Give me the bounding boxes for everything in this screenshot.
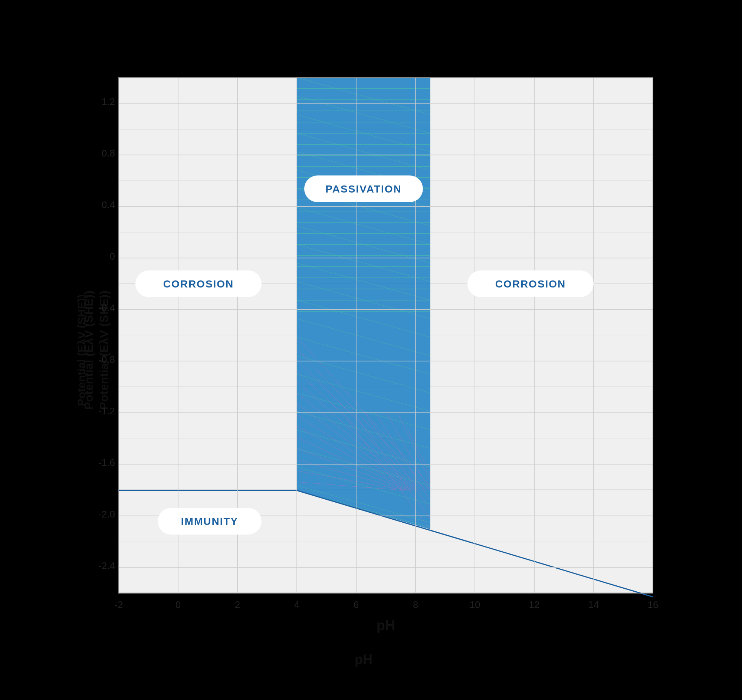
x-axis-label: pH bbox=[355, 652, 372, 668]
y-tick-0: 0 bbox=[110, 251, 115, 262]
x-tick--2: -2 bbox=[114, 599, 123, 610]
x-tick-16: 16 bbox=[648, 599, 658, 610]
y-tick-0.8: 0.8 bbox=[102, 148, 115, 159]
passivation-label: PASSIVATION bbox=[325, 183, 402, 195]
corrosion-right-label: CORROSION bbox=[495, 278, 566, 290]
corrosion-left-label: CORROSION bbox=[163, 278, 234, 290]
chart-wrapper: Potential (EλV (SHE)) pH bbox=[74, 63, 668, 638]
y-tick--0.4: -0.4 bbox=[98, 302, 115, 313]
x-tick-12: 12 bbox=[529, 599, 540, 610]
x-tick-2: 2 bbox=[235, 599, 240, 610]
x-tick-6: 6 bbox=[353, 599, 359, 610]
y-tick--0.8: -0.8 bbox=[98, 354, 115, 365]
y-tick-0.4: 0.4 bbox=[102, 199, 115, 210]
x-axis-label-text: pH bbox=[377, 618, 396, 633]
x-tick-8: 8 bbox=[413, 599, 418, 610]
x-tick-14: 14 bbox=[588, 599, 599, 610]
chart-container: Potential (EλV (SHE)) pH bbox=[37, 35, 705, 666]
y-tick--2.0: -2.0 bbox=[98, 509, 115, 520]
y-tick--2.4: -2.4 bbox=[98, 560, 115, 571]
y-tick--1.6: -1.6 bbox=[98, 457, 115, 468]
full-chart-svg: Potential (EλV (SHE)) 1.2 0.8 0.4 0 -0.4… bbox=[74, 63, 668, 638]
x-tick-0: 0 bbox=[175, 599, 181, 610]
y-tick--1.2: -1.2 bbox=[98, 406, 115, 416]
x-tick-10: 10 bbox=[470, 599, 480, 610]
immunity-label: IMMUNITY bbox=[181, 516, 238, 527]
y-tick-1.2: 1.2 bbox=[102, 96, 115, 107]
x-tick-4: 4 bbox=[294, 599, 299, 610]
y-axis-label-text2: Potential (EλV (SHE)) bbox=[82, 290, 95, 410]
